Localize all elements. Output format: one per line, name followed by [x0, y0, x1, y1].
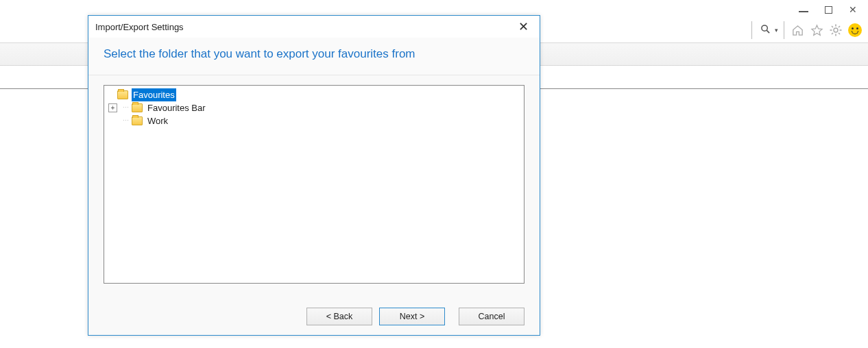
- search-icon: [760, 24, 771, 36]
- svg-line-8: [839, 33, 840, 34]
- svg-line-10: [839, 26, 840, 27]
- toolbar-icons: [790, 23, 868, 38]
- folder-icon: [132, 103, 143, 112]
- import-export-dialog: Import/Export Settings ✕ Select the fold…: [88, 15, 540, 336]
- dialog-heading: Select the folder that you want to expor…: [104, 47, 525, 61]
- tree-connector-icon: ⋯: [120, 114, 132, 127]
- tree-item-label: Work: [146, 114, 169, 127]
- folder-tree[interactable]: Favourites + ⋯ Favourites Bar ⋯ Work: [104, 85, 525, 284]
- dialog-header: Select the folder that you want to expor…: [88, 38, 540, 75]
- tree-expand-toggle[interactable]: +: [108, 103, 117, 112]
- next-button[interactable]: Next >: [379, 308, 445, 325]
- back-button[interactable]: < Back: [306, 308, 372, 325]
- window-close-icon[interactable]: ✕: [849, 4, 857, 15]
- favorites-star-icon[interactable]: [809, 23, 824, 38]
- svg-line-1: [767, 30, 769, 33]
- search-box[interactable]: ▾: [751, 21, 784, 39]
- window-controls: ✕: [791, 1, 865, 18]
- tree-connector-icon: ⋯: [120, 101, 132, 114]
- svg-point-2: [834, 28, 838, 32]
- tree-item-label: Favourites Bar: [146, 101, 207, 114]
- dialog-titlebar: Import/Export Settings ✕: [88, 16, 540, 38]
- folder-icon: [117, 90, 128, 99]
- cancel-button[interactable]: Cancel: [459, 308, 525, 325]
- tree-item-favourites-bar[interactable]: + ⋯ Favourites Bar: [106, 101, 522, 114]
- feedback-smiley-icon[interactable]: [847, 23, 863, 38]
- tree-root[interactable]: Favourites: [106, 88, 522, 101]
- maximize-icon[interactable]: [825, 6, 832, 14]
- chevron-down-icon[interactable]: ▾: [775, 27, 778, 34]
- gear-icon[interactable]: [828, 23, 843, 38]
- svg-line-9: [832, 33, 833, 34]
- dialog-title: Import/Export Settings: [95, 22, 184, 32]
- folder-icon: [132, 116, 143, 125]
- svg-line-7: [832, 26, 833, 27]
- tree-item-work[interactable]: ⋯ Work: [106, 114, 522, 127]
- svg-point-0: [762, 25, 767, 31]
- minimize-icon[interactable]: [799, 11, 808, 12]
- dialog-footer: < Back Next > Cancel: [306, 308, 525, 325]
- home-icon[interactable]: [790, 23, 805, 38]
- tree-root-label: Favourites: [132, 88, 176, 101]
- dialog-body: Favourites + ⋯ Favourites Bar ⋯ Work: [88, 75, 540, 293]
- close-icon[interactable]: ✕: [514, 19, 533, 34]
